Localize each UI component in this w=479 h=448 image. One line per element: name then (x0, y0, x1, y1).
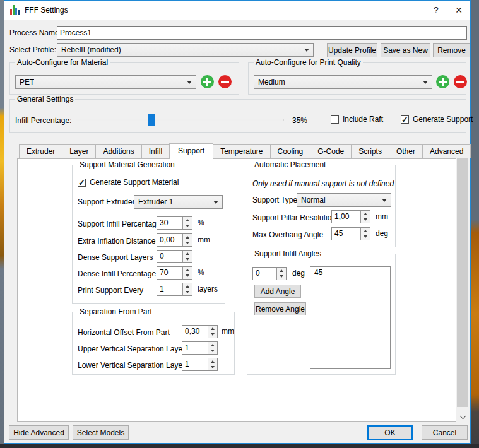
support-material-generation-title: Support Material Generation (78, 160, 177, 169)
chevron-down-icon (187, 81, 192, 84)
app-logo-icon (10, 5, 20, 15)
support-extruder-combobox[interactable]: Extruder 1 (134, 195, 223, 209)
cancel-button[interactable]: Cancel (422, 425, 468, 440)
spin-arrows[interactable] (360, 228, 370, 240)
tab-scripts[interactable]: Scripts (352, 144, 389, 158)
tab-gcode[interactable]: G-Code (310, 144, 352, 158)
hide-advanced-button[interactable]: Hide Advanced (9, 425, 69, 440)
auto-configure-material-title: Auto-Configure for Material (15, 58, 110, 67)
scroll-down-arrow[interactable] (456, 412, 469, 422)
spin-arrows[interactable] (360, 211, 370, 223)
lower-vertical-separation-label: Lower Vertical Separation Layers (78, 361, 189, 370)
remove-angle-button[interactable]: Remove Angle (254, 302, 306, 315)
remove-quality-button[interactable] (454, 75, 467, 88)
process-name-input[interactable] (57, 26, 467, 40)
vertical-scrollbar[interactable] (456, 144, 469, 422)
separation-from-part-title: Separation From Part (78, 307, 154, 316)
spin-arrows[interactable] (208, 342, 217, 354)
include-raft-checkbox[interactable] (331, 115, 339, 124)
spin-arrows[interactable] (208, 326, 217, 338)
save-as-new-button[interactable]: Save as New (381, 43, 430, 57)
generate-support-material-label: Generate Support Material (90, 178, 179, 187)
include-raft-label: Include Raft (343, 115, 383, 124)
help-button[interactable]: ? (425, 1, 447, 20)
process-name-label: Process Name: (9, 28, 61, 37)
add-material-button[interactable] (201, 75, 214, 88)
support-infill-percentage-spinbox[interactable]: 30 (157, 216, 192, 230)
spin-arrows[interactable] (182, 251, 192, 262)
quality-combobox[interactable]: Medium (254, 75, 432, 89)
horizontal-offset-spinbox[interactable]: 0,30 (182, 325, 218, 338)
tab-layer[interactable]: Layer (62, 144, 96, 158)
spin-arrows[interactable] (182, 283, 192, 295)
tab-cooling[interactable]: Cooling (271, 144, 311, 158)
max-overhang-angle-spinbox[interactable]: 45 (331, 227, 370, 240)
automatic-placement-group: Automatic Placement Only used if manual … (247, 165, 396, 247)
chevron-down-icon (213, 201, 218, 204)
title-bar: FFF Settings ? ✕ (4, 1, 470, 20)
max-overhang-angle-label: Max Overhang Angle (252, 230, 323, 239)
tab-extruder[interactable]: Extruder (19, 144, 62, 158)
upper-vertical-separation-label: Upper Vertical Separation Layers (78, 345, 189, 353)
desktop-background-bottom (0, 444, 479, 448)
close-button[interactable]: ✕ (447, 1, 470, 20)
automatic-placement-title: Automatic Placement (252, 160, 328, 169)
generate-support-material-row[interactable]: Generate Support Material (78, 178, 179, 187)
remove-profile-button[interactable]: Remove (433, 43, 470, 57)
spin-arrows[interactable] (276, 268, 286, 280)
spin-arrows[interactable] (182, 217, 192, 229)
lower-vertical-separation-spinbox[interactable]: 1 (182, 358, 218, 371)
add-quality-button[interactable] (436, 75, 449, 88)
generate-support-checkbox[interactable] (401, 115, 409, 124)
tab-temperature[interactable]: Temperature (213, 144, 270, 158)
tab-support[interactable]: Support (169, 143, 213, 159)
spin-arrows[interactable] (208, 358, 217, 370)
select-models-button[interactable]: Select Models (73, 425, 129, 440)
support-type-label: Support Type (252, 196, 297, 204)
profile-combobox[interactable]: RebelII (modified) (57, 43, 314, 57)
infill-percentage-slider[interactable] (76, 114, 284, 126)
infill-angle-spinbox[interactable]: 0 (252, 267, 287, 280)
add-angle-button[interactable]: Add Angle (254, 285, 301, 298)
extra-inflation-distance-spinbox[interactable]: 0,00 (157, 233, 192, 247)
support-pillar-resolution-label: Support Pillar Resolution (252, 213, 336, 222)
infill-percentage-value: 35% (292, 116, 307, 125)
scrollbar-thumb[interactable] (457, 156, 468, 407)
horizontal-offset-label: Horizontal Offset From Part (78, 328, 170, 337)
remove-material-button[interactable] (218, 75, 232, 88)
update-profile-button[interactable]: Update Profile (327, 43, 377, 57)
print-support-every-spinbox[interactable]: 1 (157, 283, 192, 296)
fff-settings-dialog: FFF Settings ? ✕ Process Name: Select Pr… (4, 0, 471, 444)
spin-arrows[interactable] (182, 234, 192, 246)
support-pillar-resolution-spinbox[interactable]: 1,00 (331, 210, 370, 223)
infill-angle-unit: deg (292, 269, 305, 278)
ok-button[interactable]: OK (367, 425, 413, 440)
support-infill-angles-title: Support Infill Angles (252, 249, 323, 258)
infill-angles-listbox[interactable]: 45 (310, 266, 391, 369)
auto-configure-quality-group: Auto-Configure for Print Quality Medium (248, 62, 466, 95)
chevron-down-icon (423, 81, 428, 84)
material-combobox[interactable]: PET (15, 75, 196, 89)
desktop-background-right (471, 0, 479, 448)
tab-infill[interactable]: Infill (142, 144, 170, 158)
spin-arrows[interactable] (182, 267, 192, 279)
dense-support-layers-spinbox[interactable]: 0 (157, 250, 192, 263)
auto-configure-material-group: Auto-Configure for Material PET (9, 62, 239, 95)
dense-infill-percentage-spinbox[interactable]: 70 (157, 266, 192, 280)
support-extruder-label: Support Extruder (78, 197, 135, 206)
angle-list-item[interactable]: 45 (310, 267, 390, 278)
slider-handle[interactable] (148, 114, 155, 126)
tab-other[interactable]: Other (389, 144, 423, 158)
support-tab-panel: Support Material Generation Generate Sup… (17, 158, 456, 422)
settings-tab-bar: Extruder Layer Additions Infill Support … (19, 143, 471, 159)
generate-support-material-checkbox[interactable] (78, 179, 86, 187)
support-type-combobox[interactable]: Normal (297, 193, 391, 207)
include-raft-checkbox-row[interactable]: Include Raft (331, 115, 383, 124)
tab-additions[interactable]: Additions (96, 144, 141, 158)
dense-infill-percentage-label: Dense Infill Percentage (78, 269, 156, 278)
generate-support-checkbox-row[interactable]: Generate Support (401, 115, 473, 124)
chevron-down-icon (304, 49, 309, 52)
tab-advanced[interactable]: Advanced (423, 144, 471, 158)
auto-configure-quality-title: Auto-Configure for Print Quality (254, 58, 363, 67)
upper-vertical-separation-spinbox[interactable]: 1 (182, 341, 218, 355)
